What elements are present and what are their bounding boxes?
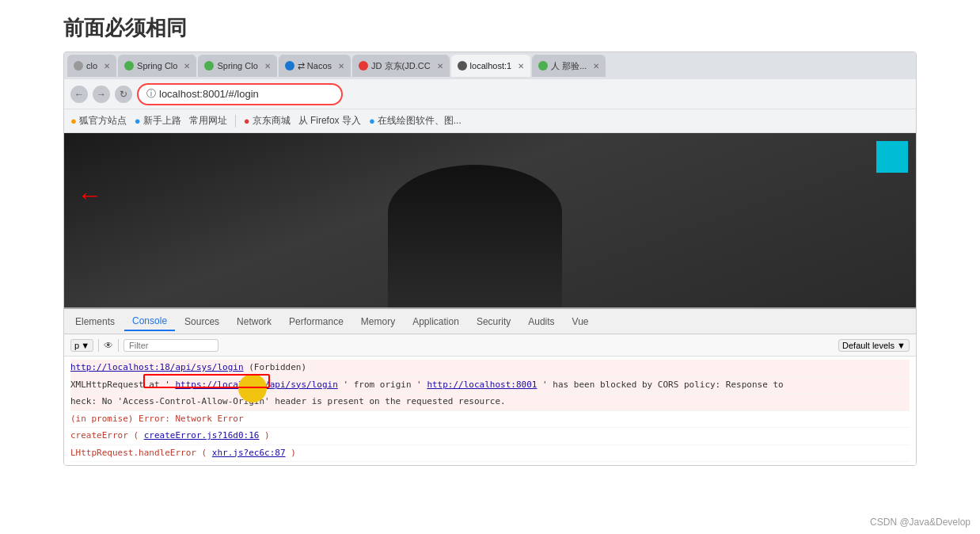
devtools-toolbar: p ▼ 👁 Default levels ▼	[64, 334, 916, 357]
bookmark-label-3: 常用网址	[189, 114, 227, 128]
tab-label-1: clo	[86, 61, 97, 71]
filter-input[interactable]	[123, 339, 218, 352]
console-output-wrapper: http://localhost:18/api/sys/login (Forbi…	[64, 357, 916, 465]
tab-close-3[interactable]: ✕	[264, 62, 271, 71]
bookmark-icon-1: ●	[70, 115, 77, 127]
default-levels-label: Default levels ▼	[842, 341, 906, 350]
devtools-tab-elements[interactable]: Elements	[67, 313, 123, 330]
devtools-tab-console[interactable]: Console	[124, 312, 175, 331]
tab-close-7[interactable]: ✕	[593, 62, 599, 71]
level-dropdown-icon: ▼	[81, 341, 89, 350]
browser-tab-7[interactable]: 人 那验... ✕	[532, 55, 606, 77]
security-icon: ⓘ	[146, 87, 156, 101]
bookmarks-row: ● 狐官方站点 ● 新手上路 常用网址 ● 京东商城 从 Firefox 导入 …	[64, 109, 916, 133]
console-link-4[interactable]: createError.js?16d0:16	[144, 430, 260, 441]
bookmark-4[interactable]: ● 京东商城	[244, 114, 291, 128]
address-row: ← → ↻ ⓘ localhost:8001/#/login	[64, 79, 916, 109]
tab-icon-4	[285, 61, 294, 71]
tab-close-4[interactable]: ✕	[338, 62, 344, 71]
tab-label-6: localhost:1	[470, 61, 512, 71]
tab-label-3: Spring Clo	[217, 61, 257, 71]
url-text: localhost:8001/#/login	[159, 88, 259, 100]
tab-label-5: JD 京东(JD.CC	[371, 60, 431, 72]
tab-icon-1	[74, 61, 83, 71]
refresh-button[interactable]: ↻	[115, 86, 132, 103]
bookmark-label-1: 狐官方站点	[79, 114, 127, 128]
devtools-tab-security[interactable]: Security	[469, 313, 518, 330]
devtools-tab-security-label: Security	[477, 316, 511, 327]
console-error-3b: )	[291, 448, 296, 458]
tab-icon-2	[124, 61, 134, 71]
devtools-tab-audits-label: Audits	[528, 316, 554, 327]
devtools-tab-application[interactable]: Application	[405, 313, 467, 330]
browser-tab-1[interactable]: clo ✕	[67, 55, 116, 77]
forward-button[interactable]: →	[93, 86, 110, 103]
console-line-6: LHttpRequest.handleError ( xhr.js?ec6c:8…	[70, 445, 910, 463]
console-link-2[interactable]: https://localhost/api/sys/login	[175, 380, 337, 390]
devtools-tab-sources[interactable]: Sources	[177, 313, 227, 330]
eye-icon[interactable]: 👁	[104, 340, 113, 351]
console-output: http://localhost:18/api/sys/login (Forbi…	[64, 357, 916, 465]
console-error-1: (in promise) Error: Network Error	[70, 414, 244, 424]
tab-close-2[interactable]: ✕	[184, 62, 190, 71]
console-line-5: createError ( createError.js?16d0:16 )	[70, 428, 910, 445]
tab-icon-7	[538, 61, 548, 71]
bookmark-icon-6: ●	[369, 115, 375, 127]
bookmark-label-2: 新手上路	[143, 114, 181, 128]
tab-icon-5	[359, 61, 368, 71]
console-text-3: heck: No 'Access-Control-Allow-Origin' h…	[70, 396, 506, 406]
bookmark-1[interactable]: ● 狐官方站点	[70, 114, 127, 128]
page-title: 前面必须相同	[0, 0, 980, 51]
console-line-2: XMLHttpRequest at ' https://localhost/ap…	[70, 377, 910, 395]
browser-tab-4[interactable]: ⇄ Nacos ✕	[279, 55, 351, 77]
browser-tab-6[interactable]: localhost:1 ✕	[451, 55, 531, 77]
bookmark-icon-2: ●	[135, 115, 141, 127]
bookmark-separator-1	[235, 115, 236, 128]
devtools-tab-memory[interactable]: Memory	[353, 313, 403, 330]
devtools-tab-console-label: Console	[132, 315, 167, 326]
console-link-1[interactable]: http://localhost:18/api/sys/login	[70, 362, 244, 372]
browser-tab-5[interactable]: JD 京东(JD.CC ✕	[352, 55, 450, 77]
back-button[interactable]: ←	[70, 86, 88, 103]
tab-label-4: ⇄ Nacos	[298, 61, 332, 71]
devtools-tab-performance[interactable]: Performance	[281, 313, 351, 330]
level-selector[interactable]: p ▼	[70, 339, 93, 352]
tab-close-5[interactable]: ✕	[437, 62, 443, 71]
tab-icon-6	[458, 61, 467, 71]
toolbar-separator-1	[98, 339, 99, 352]
page-screenshot	[64, 133, 916, 307]
console-error-2b: )	[264, 430, 270, 441]
devtools-panel: Elements Console Sources Network Perform…	[64, 307, 916, 465]
console-text-2c: ' has been blocked by CORS policy: Respo…	[542, 380, 784, 390]
person-silhouette	[388, 165, 562, 307]
devtools-tab-performance-label: Performance	[289, 316, 344, 327]
level-value: p	[74, 341, 79, 350]
devtools-tab-vue[interactable]: Vue	[564, 313, 597, 330]
bookmark-label-4: 京东商城	[253, 114, 291, 128]
devtools-tab-network[interactable]: Network	[229, 313, 279, 330]
browser-tabs-row: clo ✕ Spring Clo ✕ Spring Clo ✕ ⇄ Nacos …	[64, 52, 916, 79]
devtools-tab-audits[interactable]: Audits	[520, 313, 562, 330]
console-link-3[interactable]: http://localhost:8001	[427, 380, 537, 390]
bookmark-2[interactable]: ● 新手上路	[135, 114, 181, 128]
devtools-tab-memory-label: Memory	[361, 316, 395, 327]
devtools-tabs: Elements Console Sources Network Perform…	[64, 309, 916, 334]
browser-window: clo ✕ Spring Clo ✕ Spring Clo ✕ ⇄ Nacos …	[63, 51, 917, 466]
console-text-2a: XMLHttpRequest at '	[70, 380, 170, 390]
bookmark-label-6: 在线绘图软件、图...	[378, 114, 462, 128]
console-link-5[interactable]: xhr.js?ec6c:87	[212, 448, 286, 458]
browser-tab-3[interactable]: Spring Clo ✕	[198, 55, 276, 77]
browser-tab-2[interactable]: Spring Clo ✕	[118, 55, 196, 77]
bookmark-6[interactable]: ● 在线绘图软件、图...	[369, 114, 462, 128]
address-bar[interactable]: ⓘ localhost:8001/#/login	[137, 83, 343, 105]
tab-label-7: 人 那验...	[551, 60, 587, 72]
devtools-tab-network-label: Network	[237, 316, 272, 327]
bookmark-3[interactable]: 常用网址	[189, 114, 227, 128]
tab-close-6[interactable]: ✕	[518, 62, 524, 71]
tab-close-1[interactable]: ✕	[104, 62, 110, 71]
console-text-1: (Forbidden)	[249, 362, 306, 372]
tab-label-2: Spring Clo	[137, 61, 177, 71]
bookmark-5[interactable]: 从 Firefox 导入	[298, 114, 361, 128]
default-levels-selector[interactable]: Default levels ▼	[838, 339, 910, 352]
console-error-3a: LHttpRequest.handleError (	[70, 448, 207, 458]
